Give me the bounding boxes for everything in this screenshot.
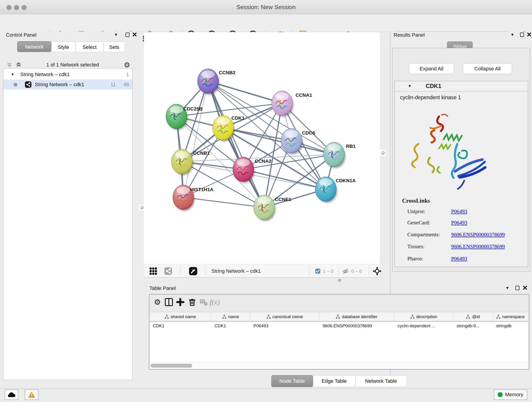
memory-button[interactable]: Memory [494,389,527,400]
table-panel-collapse-icon[interactable]: ▼ [505,286,509,290]
horizontal-splitter-handle[interactable] [338,279,341,282]
hidden-eye-icon[interactable]: 0 – 0 [342,264,362,278]
network-node-CCNB1[interactable]: CCNB1 [171,149,210,175]
results-panel-collapse-icon[interactable]: ▼ [510,32,514,37]
network-collection-row[interactable]: ▼ String Network – cdk1 1 [3,70,132,80]
column-header-database-identifier[interactable]: database identifier [319,312,394,321]
cell-id[interactable]: stringdb:9... [453,322,493,330]
column-header-canonical-name[interactable]: canonical name [250,312,319,321]
table-panel-float-icon[interactable] [515,286,519,290]
network-node-CDC25B[interactable]: CDC25B [166,104,203,130]
network-edge-CCNB2-CCNE1[interactable] [208,81,264,207]
network-node-CCNA2[interactable]: CCNA2 [233,157,271,183]
network-edge-HIST1H1A-CCNE1[interactable] [183,197,264,207]
selected-checkbox-icon[interactable]: 1 – 0 [315,264,334,278]
crosslink-label: Pharos: [407,256,423,262]
results-panel-title: Results Panel [394,32,425,38]
thumbnail-grid-icon[interactable] [149,264,157,278]
birds-eye-view-icon[interactable] [189,264,197,278]
network-node-RB1[interactable]: RB1 [323,142,355,168]
tab-style[interactable]: Style [51,42,76,52]
network-view-title: String Network – cdk1 [211,264,261,278]
tab-select[interactable]: Select [76,42,104,52]
crosslinks-heading: CrossLinks [402,198,430,204]
network-type-icon[interactable] [164,264,172,278]
section-expander-icon[interactable]: ▼ [408,84,412,89]
right-splitter-handle[interactable] [380,149,386,157]
node-label-CDC25B: CDC25B [183,106,203,111]
network-canvas[interactable]: CCNB2CCNA1CDC25BCDK1CDC6RB1CCNB1CCNA2CDK… [144,32,380,264]
cell-namespace[interactable]: stringdb [493,322,528,330]
expand-all-button[interactable]: Expand All [409,64,454,74]
crosslink-uniprot-link[interactable]: P06493 [451,209,467,215]
network-edge-CCNB2-HIST1H1A[interactable] [183,81,208,197]
cell-description[interactable]: cyclin-dependent ... [394,322,453,330]
crosslink-pharos-link[interactable]: P06493 [451,256,467,262]
crosslink-label: Tissues: [407,244,424,249]
show-columns-icon[interactable] [164,297,174,307]
delete-row-icon[interactable] [187,297,197,307]
network-node-CCNE1[interactable]: CCNE1 [254,195,291,221]
table-empty-area [150,330,528,362]
node-label-CDC6: CDC6 [302,130,315,135]
column-header-description[interactable]: description [394,312,453,321]
tree-expander-icon[interactable]: ▼ [11,72,14,77]
column-header-namespace[interactable]: namespace [493,312,528,321]
crosslink-genecard-link[interactable]: P06493 [451,220,467,226]
control-panel-close-icon[interactable] [133,32,137,38]
network-graph[interactable]: CCNB2CCNA1CDC25BCDK1CDC6RB1CCNB1CCNA2CDK… [144,32,380,264]
collapse-all-button[interactable]: Collapse All [463,64,512,74]
table-options-gear-icon[interactable]: ⚙ [152,297,163,307]
add-row-icon[interactable] [175,297,186,307]
cell-canonical-name[interactable]: P06493 [250,322,319,330]
table-row[interactable]: CDK1 CDK1 P06493 9606.ENSP00000378699 cy… [150,322,528,330]
cloud-status-button[interactable] [5,389,18,400]
title-bar: Session: New Session [0,0,532,14]
column-header-id[interactable]: @id [453,312,493,321]
tab-edge-table[interactable]: Edge Table [313,375,355,387]
results-panel-close-icon[interactable] [527,32,531,38]
column-type-icon [410,315,414,319]
node-count: 11 [110,82,116,88]
cell-database-identifier[interactable]: 9606.ENSP00000378699 [319,322,394,330]
node-label-CDK1: CDK1 [231,115,244,121]
crosslink-compartments-link[interactable]: 9606.ENSP00000378699 [451,232,505,238]
network-label: String Network – cdk1 [35,82,84,88]
network-row-selected[interactable]: String Network – cdk1 11 48 [3,80,132,89]
toolbar-separator [369,266,369,276]
node-label-RB1: RB1 [346,143,355,149]
toolbar-separator [338,266,338,276]
crosslink-tissues-link[interactable]: 9606.ENSP00000378699 [451,244,505,249]
network-node-CDKN1A[interactable]: CDKN1A [315,177,356,203]
network-options-gear-icon[interactable]: ⚙ [124,61,130,69]
cell-shared-name[interactable]: CDK1 [150,322,211,330]
column-header-shared-name[interactable]: shared name [150,312,211,321]
network-node-HIST1H1A[interactable]: HIST1H1A [173,185,214,211]
tab-network-table[interactable]: Network Table [355,375,407,387]
column-type-icon [496,315,500,319]
tab-network[interactable]: Network [17,41,51,52]
control-panel-collapse-icon[interactable]: ▼ [114,32,118,37]
toolbar-separator [310,266,310,276]
column-header-name[interactable]: name [211,312,250,321]
tab-sets[interactable]: Sets [104,42,125,52]
fit-content-crosshair-icon[interactable] [372,264,382,278]
crosslink-label: Compartments: [407,232,440,238]
cell-name[interactable]: CDK1 [211,322,250,330]
node-label-CDKN1A: CDKN1A [336,178,356,183]
control-panel-float-icon[interactable] [126,32,129,37]
table-horizontal-scrollbar[interactable] [150,362,528,369]
protein-section-header[interactable]: ▼ CDK1 [394,81,528,92]
network-node-CDC6[interactable]: CDC6 [281,128,315,154]
scrollbar-thumb[interactable] [151,364,192,368]
table-panel-close-icon[interactable] [523,286,527,291]
node-label-CCNA1: CCNA1 [296,92,312,98]
expand-all-chevron-icon[interactable] [16,62,22,68]
warnings-button[interactable] [25,389,38,400]
results-panel-float-icon[interactable] [520,32,524,37]
string-results-container: Expand All Collapse All ▼ CDK1 cyclin-de… [392,48,530,272]
collapse-all-chevron-icon[interactable] [6,62,12,68]
tab-node-table[interactable]: Node Table [271,375,313,387]
crosslink-label: GeneCard: [407,220,430,226]
network-node-CCNB2[interactable]: CCNB2 [197,69,235,95]
